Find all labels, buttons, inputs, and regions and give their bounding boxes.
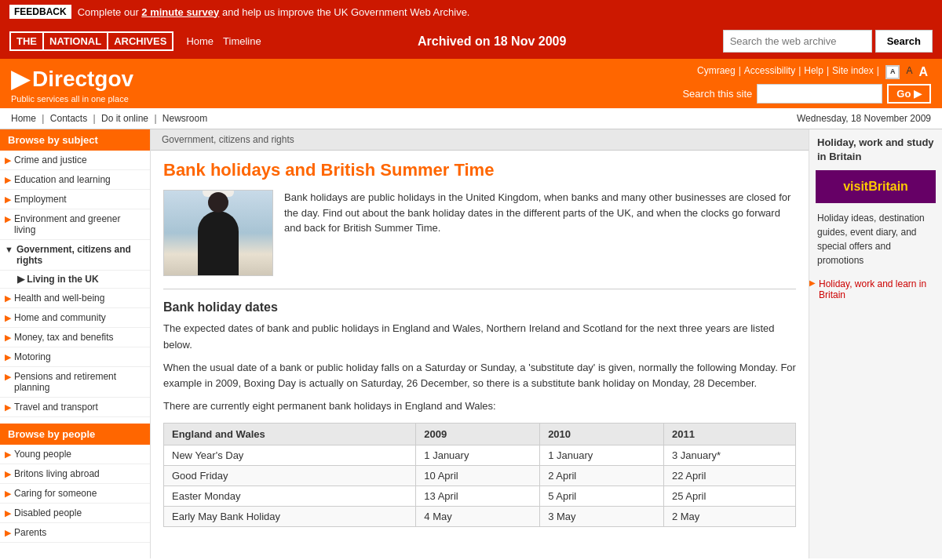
arrow-icon: ▶ <box>5 508 11 518</box>
site-header: ▶ Directgov Public services all in one p… <box>0 59 942 108</box>
sidebar-item-crime[interactable]: ▶ Crime and justice <box>0 151 150 170</box>
date-2010: 5 April <box>540 485 664 506</box>
arrow-icon: ▶ <box>5 175 11 185</box>
table-row: Easter Monday 13 April 5 April 25 April <box>164 485 796 506</box>
table-header-country: England and Wales <box>164 423 416 445</box>
right-sidebar-description: Holiday ideas, destination guides, event… <box>817 213 925 266</box>
link-text: Holiday, work and learn in Britain <box>819 278 942 300</box>
sidebar-item-disabled[interactable]: ▶ Disabled people <box>0 504 150 523</box>
table-row: Good Friday 10 April 2 April 22 April <box>164 465 796 485</box>
sidebar-item-parents[interactable]: ▶ Parents <box>0 523 150 543</box>
survey-link[interactable]: 2 minute survey <box>141 6 219 18</box>
sidebar-item-employment[interactable]: ▶ Employment <box>0 190 150 209</box>
sidebar-item-britons[interactable]: ▶ Britons living abroad <box>0 464 150 484</box>
current-date: Wednesday, 18 November 2009 <box>797 113 931 124</box>
date-2010: 1 January <box>540 445 664 465</box>
right-sidebar: Holiday, work and study in Britain visit… <box>809 129 942 558</box>
sidebar-item-label: Education and learning <box>14 174 111 185</box>
breadcrumb-newsroom[interactable]: Newsroom <box>162 113 207 124</box>
nav-timeline[interactable]: Timeline <box>223 35 261 47</box>
site-search-input[interactable] <box>757 84 882 104</box>
holiday-work-learn-link[interactable]: ▶ Holiday, work and learn in Britain <box>809 278 942 300</box>
holiday-name: Easter Monday <box>164 485 416 506</box>
sidebar-item-label: Environment and greener living <box>14 213 142 235</box>
sidebar-item-label: Government, citizens and rights <box>16 244 142 266</box>
holiday-name: Early May Bank Holiday <box>164 506 416 526</box>
breadcrumb: Home | Contacts | Do it online | Newsroo… <box>11 113 207 124</box>
sidebar-item-label: Health and well-being <box>14 293 104 304</box>
font-size-medium[interactable]: A <box>906 65 912 79</box>
bank-holiday-heading: Bank holiday dates <box>163 300 796 315</box>
breadcrumb-nav: Home | Contacts | Do it online | Newsroo… <box>0 108 942 129</box>
directgov-logo: ▶ Directgov Public services all in one p… <box>11 65 133 104</box>
sidebar-item-label: Britons living abroad <box>14 468 100 479</box>
sidebar-item-motoring[interactable]: ▶ Motoring <box>0 347 150 367</box>
sidebar-item-label: Young people <box>14 449 71 460</box>
sidebar-item-young[interactable]: ▶ Young people <box>0 445 150 464</box>
arrow-icon: ▶ <box>5 469 11 479</box>
top-nav: THE NATIONAL ARCHIVES Home Timeline Arch… <box>0 24 942 59</box>
arrow-icon: ▶ <box>809 278 816 287</box>
sidebar-item-pensions[interactable]: ▶ Pensions and retirement planning <box>0 367 150 398</box>
tna-the: THE <box>11 33 44 49</box>
sidebar-item-label: Motoring <box>14 351 51 362</box>
divider <box>163 289 796 289</box>
para3: There are currently eight permanent bank… <box>163 398 796 415</box>
visit-britain-banner[interactable]: visitBritain <box>816 170 936 203</box>
sidebar-item-caring[interactable]: ▶ Caring for someone <box>0 484 150 504</box>
accessibility-link[interactable]: Accessibility <box>744 65 795 79</box>
nav-home[interactable]: Home <box>186 35 214 47</box>
sidebar-item-environment[interactable]: ▶ Environment and greener living <box>0 209 150 240</box>
breadcrumb-contacts[interactable]: Contacts <box>50 113 87 124</box>
date-2011: 3 January* <box>663 445 795 465</box>
sidebar-item-travel[interactable]: ▶ Travel and transport <box>0 398 150 417</box>
arrow-icon: ▶ <box>5 402 11 413</box>
browse-by-people-title: Browse by people <box>0 424 150 445</box>
date-2009: 1 January <box>416 445 540 465</box>
date-2010: 2 April <box>540 465 664 485</box>
right-sidebar-body: Holiday ideas, destination guides, event… <box>809 206 942 272</box>
date-2009: 4 May <box>416 506 540 526</box>
arrow-down-icon: ▼ <box>5 245 13 254</box>
person-head-icon <box>208 192 228 213</box>
search-area: Search <box>723 30 933 53</box>
font-size-small[interactable]: A <box>885 65 900 79</box>
table-header-2009: 2009 <box>416 423 540 445</box>
archived-date: Archived on 18 Nov 2009 <box>274 35 710 49</box>
date-2009: 13 April <box>416 485 540 506</box>
logo-text[interactable]: ▶ Directgov <box>11 65 133 93</box>
sidebar-item-health[interactable]: ▶ Health and well-being <box>0 289 150 308</box>
breadcrumb-do-it-online[interactable]: Do it online <box>101 113 148 124</box>
go-button[interactable]: Go ▶ <box>887 84 931 104</box>
site-header-links: Cymraeg | Accessibility | Help | Site in… <box>697 65 931 79</box>
search-button[interactable]: Search <box>875 30 933 53</box>
page-title: Bank holidays and British Summer Time <box>163 160 796 180</box>
sidebar-item-education[interactable]: ▶ Education and learning <box>0 170 150 190</box>
help-link[interactable]: Help <box>804 65 823 79</box>
table-header-2011: 2011 <box>663 423 795 445</box>
arrow-icon: ▶ <box>5 155 11 165</box>
arrow-icon: ▶ <box>5 449 11 460</box>
tna-logo[interactable]: THE NATIONAL ARCHIVES <box>9 31 173 51</box>
search-input[interactable] <box>723 30 872 53</box>
sidebar-item-label: Employment <box>14 194 67 205</box>
sidebar-item-label: Travel and transport <box>14 402 98 413</box>
sidebar-item-label: Disabled people <box>14 507 82 518</box>
intro-section: Bank holidays are public holidays in the… <box>163 190 796 276</box>
britain-text: Britain <box>868 180 908 193</box>
arrow-icon: ▶ <box>5 372 11 382</box>
cymraeg-link[interactable]: Cymraeg <box>697 65 736 79</box>
holiday-name: New Year's Day <box>164 445 416 465</box>
sidebar-item-home[interactable]: ▶ Home and community <box>0 308 150 328</box>
main-layout: Browse by subject ▶ Crime and justice ▶ … <box>0 129 942 558</box>
font-size-large[interactable]: A <box>918 65 928 79</box>
sidebar-sub-living-link[interactable]: ▶ Living in the UK <box>14 271 150 288</box>
site-index-link[interactable]: Site index <box>832 65 874 79</box>
arrow-icon: ▶ <box>5 489 11 499</box>
sidebar-item-government[interactable]: ▼ Government, citizens and rights <box>0 240 150 271</box>
breadcrumb-home[interactable]: Home <box>11 113 36 124</box>
arrow-icon: ▶ <box>5 528 11 538</box>
right-sidebar-title: Holiday, work and study in Britain <box>809 129 942 167</box>
main-content: Government, citizens and rights Bank hol… <box>151 129 809 558</box>
sidebar-item-money[interactable]: ▶ Money, tax and benefits <box>0 328 150 347</box>
